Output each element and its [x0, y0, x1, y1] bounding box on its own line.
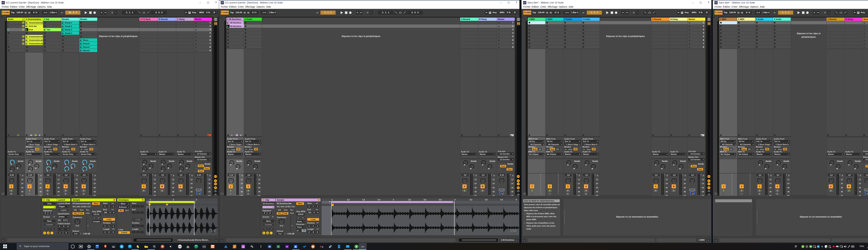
svg-text:W: W [269, 246, 271, 248]
svg-text:X: X [278, 246, 279, 248]
svg-text:N: N [286, 246, 288, 248]
svg-text:EAC: EAC [178, 246, 182, 248]
svg-text:F: F [806, 245, 807, 248]
svg-text:S: S [121, 245, 123, 248]
svg-text:F: F [320, 245, 322, 248]
svg-text:Live: Live [203, 246, 206, 248]
svg-text:G: G [822, 246, 823, 248]
svg-text:Live: Live [361, 246, 364, 248]
